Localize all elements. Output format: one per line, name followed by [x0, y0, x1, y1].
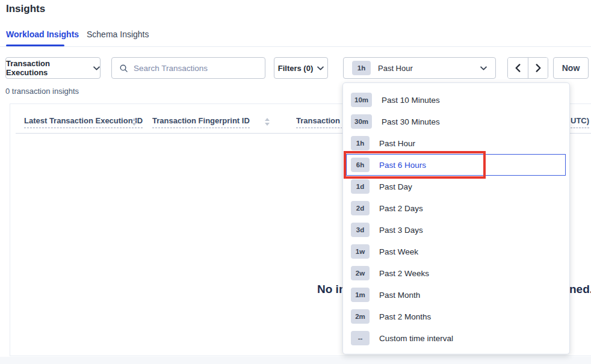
page-background-strip	[0, 357, 591, 364]
interval-label: Past 30 Minutes	[382, 117, 440, 126]
time-interval-label: Past Hour	[378, 64, 413, 73]
interval-badge: 2d	[351, 201, 370, 215]
time-interval-dropdown-trigger[interactable]: 1h Past Hour	[343, 57, 496, 79]
time-interval-badge: 1h	[352, 61, 371, 75]
chevron-down-icon	[317, 66, 324, 70]
interval-badge: 10m	[351, 93, 372, 107]
time-interval-option-[interactable]: -- Custom time interval	[343, 327, 569, 349]
chevron-right-icon	[536, 64, 541, 72]
filters-label: Filters (0)	[278, 64, 314, 73]
interval-label: Past 3 Days	[379, 226, 423, 235]
time-interval-option-1h[interactable]: 1h Past Hour	[343, 132, 569, 154]
interval-label: Past 2 Months	[379, 312, 431, 321]
tab-schema-insights[interactable]: Schema Insights	[87, 29, 149, 39]
sort-toggle-icon[interactable]	[265, 118, 270, 126]
interval-badge: 2w	[351, 266, 370, 280]
interval-label: Past 10 Minutes	[382, 96, 440, 105]
interval-label: Past 6 Hours	[379, 161, 426, 170]
interval-badge: 6h	[351, 158, 370, 172]
interval-label: Past 2 Weeks	[379, 269, 429, 278]
chevron-down-icon	[480, 66, 487, 70]
now-button[interactable]: Now	[553, 57, 589, 79]
time-interval-option-1m[interactable]: 1m Past Month	[343, 284, 569, 306]
interval-badge: 30m	[351, 114, 372, 129]
time-interval-option-10m[interactable]: 10m Past 10 Minutes	[343, 89, 569, 111]
time-range-nav-group	[507, 57, 548, 79]
interval-label: Past Month	[379, 291, 420, 300]
interval-label: Past Hour	[379, 139, 415, 148]
column-header-latest-txn-execution-id[interactable]: Latest Transaction Execution ID	[24, 116, 143, 128]
now-button-label: Now	[562, 63, 580, 73]
interval-badge: 1w	[351, 244, 370, 259]
search-icon	[119, 64, 128, 73]
time-interval-option-2w[interactable]: 2w Past 2 Weeks	[343, 262, 569, 284]
tab-workload-insights[interactable]: Workload Insights	[6, 29, 79, 39]
interval-label: Past Week	[379, 247, 418, 256]
interval-badge: 2m	[351, 309, 370, 324]
insight-type-label: Transaction Executions	[6, 59, 89, 77]
tabs-divider	[0, 46, 591, 47]
insights-page: Insights Workload Insights Schema Insigh…	[0, 0, 591, 364]
column-header-txn-fingerprint-id[interactable]: Transaction Fingerprint ID	[152, 116, 250, 128]
time-interval-option-3d[interactable]: 3d Past 3 Days	[343, 219, 569, 241]
chevron-left-icon	[515, 64, 521, 72]
time-interval-dropdown-menu: 10m Past 10 Minutes 30m Past 30 Minutes …	[342, 82, 570, 354]
time-interval-option-1w[interactable]: 1w Past Week	[343, 241, 569, 262]
empty-state-text-right: ned.	[569, 283, 591, 298]
interval-badge: 1d	[351, 179, 370, 194]
column-header-txn-execution-clipped[interactable]: Transaction Ex	[296, 116, 342, 128]
interval-badge: 1h	[351, 136, 370, 150]
time-interval-option-2d[interactable]: 2d Past 2 Days	[343, 197, 569, 219]
search-box[interactable]	[111, 57, 265, 79]
sort-desc-icon	[265, 123, 270, 126]
sort-desc-icon	[132, 123, 137, 126]
interval-badge: --	[351, 331, 370, 345]
interval-label: Custom time interval	[379, 334, 453, 343]
empty-state-text-left: No in	[317, 283, 343, 298]
interval-badge: 3d	[351, 223, 370, 237]
sort-toggle-icon[interactable]	[132, 118, 137, 126]
sort-asc-icon	[265, 118, 270, 121]
time-interval-option-6h[interactable]: 6h Past 6 Hours	[346, 154, 566, 176]
time-interval-option-1d[interactable]: 1d Past Day	[343, 176, 569, 197]
time-interval-option-30m[interactable]: 30m Past 30 Minutes	[343, 111, 569, 132]
search-input[interactable]	[134, 64, 242, 73]
chevron-down-icon	[93, 66, 100, 70]
page-title: Insights	[6, 3, 45, 15]
insights-count: 0 transaction insights	[5, 87, 79, 96]
sort-asc-icon	[132, 118, 137, 121]
time-interval-option-2m[interactable]: 2m Past 2 Months	[343, 306, 569, 327]
column-header-utc-clipped[interactable]: UTC)	[571, 116, 591, 128]
interval-label: Past 2 Days	[379, 204, 423, 213]
previous-range-button[interactable]	[508, 58, 528, 78]
next-range-button[interactable]	[528, 58, 548, 78]
insight-type-dropdown[interactable]: Transaction Executions	[5, 57, 101, 79]
interval-label: Past Day	[379, 182, 412, 191]
filters-button[interactable]: Filters (0)	[274, 57, 328, 79]
interval-badge: 1m	[351, 288, 370, 302]
